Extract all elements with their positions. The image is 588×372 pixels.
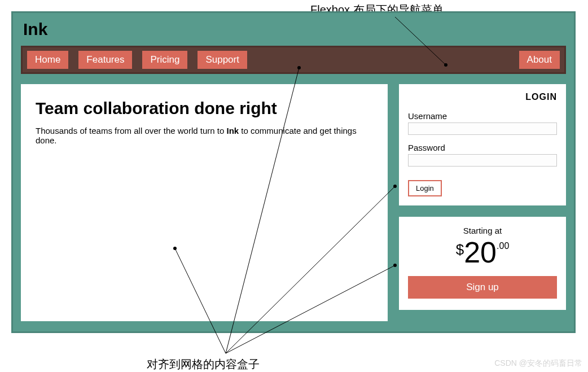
nav-home-button[interactable]: Home bbox=[27, 51, 68, 69]
hero-heading: Team collaboration done right bbox=[36, 99, 373, 118]
side-column: LOGIN Username Password Login Starting a… bbox=[399, 84, 566, 310]
currency-symbol: $ bbox=[456, 241, 464, 259]
password-label: Password bbox=[408, 143, 557, 152]
hero-sub-bold: Ink bbox=[227, 126, 239, 135]
watermark: CSDN @安冬的码畜日常 bbox=[494, 358, 582, 369]
pricing-starting-label: Starting at bbox=[408, 226, 557, 235]
hero-subtext: Thousands of teams from all over the wor… bbox=[36, 126, 373, 145]
signup-button[interactable]: Sign up bbox=[408, 276, 557, 299]
hero-sub-pre: Thousands of teams from all over the wor… bbox=[36, 126, 227, 135]
username-label: Username bbox=[408, 111, 557, 121]
password-input[interactable] bbox=[408, 154, 557, 167]
content-grid: Team collaboration done right Thousands … bbox=[21, 84, 566, 321]
nav-about-button[interactable]: About bbox=[519, 51, 560, 69]
login-card: LOGIN Username Password Login bbox=[399, 84, 566, 205]
pricing-card: Starting at $ 20 .00 Sign up bbox=[399, 217, 566, 310]
username-input[interactable] bbox=[408, 122, 557, 135]
nav-support-button[interactable]: Support bbox=[198, 51, 247, 69]
annotation-bottom-label: 对齐到网格的内容盒子 bbox=[147, 357, 260, 372]
nav-pricing-button[interactable]: Pricing bbox=[142, 51, 187, 69]
price-row: $ 20 .00 bbox=[408, 238, 557, 267]
site-logo: Ink bbox=[23, 20, 566, 39]
price-cents: .00 bbox=[497, 241, 509, 251]
hero-box: Team collaboration done right Thousands … bbox=[21, 84, 388, 321]
login-button[interactable]: Login bbox=[408, 180, 442, 196]
nav-features-button[interactable]: Features bbox=[78, 51, 132, 69]
main-navbar: Home Features Pricing Support About bbox=[21, 46, 566, 74]
login-title: LOGIN bbox=[408, 92, 557, 102]
page-container: Ink Home Features Pricing Support About … bbox=[11, 11, 576, 333]
price-amount: 20 bbox=[464, 238, 497, 267]
